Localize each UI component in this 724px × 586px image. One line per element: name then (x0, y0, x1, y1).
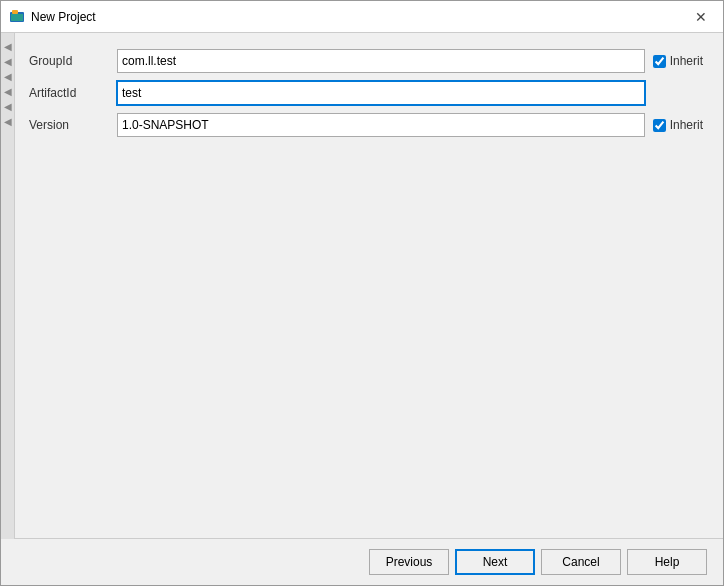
strip-decoration-6: ◀ (4, 116, 12, 127)
strip-decoration-5: ◀ (4, 101, 12, 112)
groupid-input[interactable] (117, 49, 645, 73)
groupid-label: GroupId (29, 54, 109, 68)
previous-button[interactable]: Previous (369, 549, 449, 575)
help-button[interactable]: Help (627, 549, 707, 575)
cancel-button[interactable]: Cancel (541, 549, 621, 575)
groupid-inherit-label: Inherit (670, 54, 703, 68)
strip-decoration-3: ◀ (4, 71, 12, 82)
strip-decoration-4: ◀ (4, 86, 12, 97)
close-button[interactable]: ✕ (687, 3, 715, 31)
dialog-footer: Previous Next Cancel Help (1, 538, 723, 585)
svg-rect-1 (12, 10, 18, 14)
dialog-icon (9, 9, 25, 25)
artifactid-input[interactable] (117, 81, 645, 105)
form-content: GroupId Inherit ArtifactId Version Inher… (1, 33, 723, 538)
artifactid-label: ArtifactId (29, 86, 109, 100)
svg-rect-2 (11, 14, 23, 21)
title-bar: New Project ✕ (1, 1, 723, 33)
form-grid: GroupId Inherit ArtifactId Version Inher… (29, 49, 703, 137)
new-project-dialog: New Project ✕ ◀ ◀ ◀ ◀ ◀ ◀ GroupId Inheri… (0, 0, 724, 586)
version-inherit-container: Inherit (653, 118, 703, 132)
next-button[interactable]: Next (455, 549, 535, 575)
version-inherit-label: Inherit (670, 118, 703, 132)
groupid-inherit-container: Inherit (653, 54, 703, 68)
groupid-inherit-checkbox[interactable] (653, 55, 666, 68)
version-label: Version (29, 118, 109, 132)
strip-decoration-2: ◀ (4, 56, 12, 67)
version-input[interactable] (117, 113, 645, 137)
version-inherit-checkbox[interactable] (653, 119, 666, 132)
dialog-title: New Project (31, 10, 687, 24)
left-strip: ◀ ◀ ◀ ◀ ◀ ◀ (1, 33, 15, 539)
strip-decoration: ◀ (4, 41, 12, 52)
